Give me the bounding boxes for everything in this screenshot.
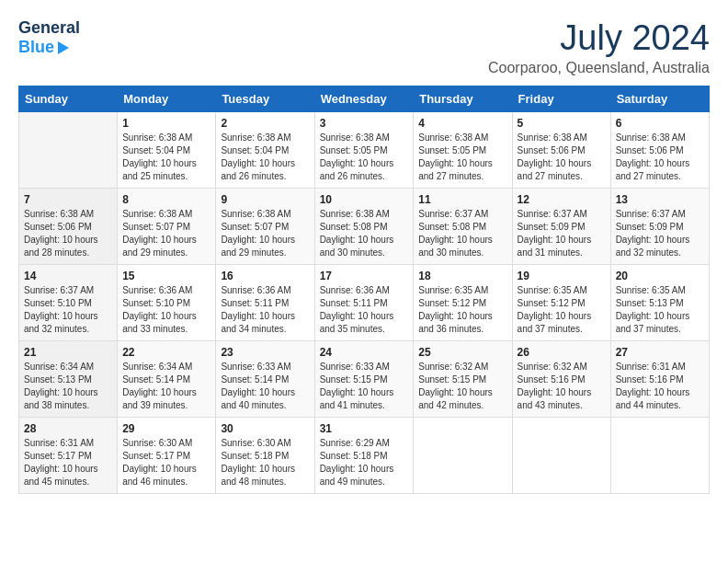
calendar-cell: 18Sunrise: 6:35 AMSunset: 5:12 PMDayligh… <box>414 265 512 341</box>
day-number: 8 <box>122 193 210 206</box>
cell-content: Sunrise: 6:31 AMSunset: 5:17 PMDaylight:… <box>24 437 112 488</box>
day-number: 30 <box>221 422 309 435</box>
calendar-cell <box>19 112 118 189</box>
day-number: 23 <box>221 346 309 359</box>
day-number: 15 <box>122 270 210 282</box>
day-number: 1 <box>122 117 210 130</box>
cell-content: Sunrise: 6:38 AMSunset: 5:04 PMDaylight:… <box>221 132 309 183</box>
calendar-cell: 7Sunrise: 6:38 AMSunset: 5:06 PMDaylight… <box>19 189 118 265</box>
cell-content: Sunrise: 6:36 AMSunset: 5:11 PMDaylight:… <box>320 284 409 336</box>
cell-content: Sunrise: 6:35 AMSunset: 5:12 PMDaylight:… <box>518 284 606 336</box>
calendar-week-5: 28Sunrise: 6:31 AMSunset: 5:17 PMDayligh… <box>19 418 710 494</box>
cell-content: Sunrise: 6:37 AMSunset: 5:08 PMDaylight:… <box>418 208 506 259</box>
day-number: 27 <box>616 346 704 359</box>
calendar-cell: 13Sunrise: 6:37 AMSunset: 5:09 PMDayligh… <box>610 189 709 265</box>
logo-blue: Blue <box>18 38 80 57</box>
cell-content: Sunrise: 6:36 AMSunset: 5:11 PMDaylight:… <box>221 284 309 336</box>
calendar-cell: 22Sunrise: 6:34 AMSunset: 5:14 PMDayligh… <box>118 341 216 418</box>
day-number: 10 <box>320 193 409 206</box>
calendar-week-3: 14Sunrise: 6:37 AMSunset: 5:10 PMDayligh… <box>19 265 710 341</box>
day-number: 26 <box>518 346 606 359</box>
month-year-title: July 2024 <box>488 18 710 58</box>
cell-content: Sunrise: 6:33 AMSunset: 5:14 PMDaylight:… <box>221 361 309 412</box>
day-header-saturday: Saturday <box>610 86 709 112</box>
calendar-cell: 23Sunrise: 6:33 AMSunset: 5:14 PMDayligh… <box>216 341 314 418</box>
day-number: 25 <box>418 346 506 359</box>
location-subtitle: Coorparoo, Queensland, Australia <box>488 60 710 76</box>
title-section: July 2024 Coorparoo, Queensland, Austral… <box>488 18 710 76</box>
day-number: 22 <box>122 346 210 359</box>
logo-general: General <box>18 18 80 38</box>
day-number: 6 <box>616 117 704 130</box>
logo-arrow-icon <box>58 41 69 54</box>
calendar-cell: 9Sunrise: 6:38 AMSunset: 5:07 PMDaylight… <box>216 189 314 265</box>
calendar-cell: 19Sunrise: 6:35 AMSunset: 5:12 PMDayligh… <box>512 265 610 341</box>
cell-content: Sunrise: 6:37 AMSunset: 5:09 PMDaylight:… <box>616 208 704 259</box>
calendar-cell: 30Sunrise: 6:30 AMSunset: 5:18 PMDayligh… <box>216 418 314 494</box>
day-number: 3 <box>320 117 409 130</box>
calendar-week-2: 7Sunrise: 6:38 AMSunset: 5:06 PMDaylight… <box>19 189 710 265</box>
cell-content: Sunrise: 6:38 AMSunset: 5:06 PMDaylight:… <box>518 132 606 183</box>
day-number: 7 <box>24 193 112 206</box>
day-number: 5 <box>518 117 606 130</box>
calendar-cell: 20Sunrise: 6:35 AMSunset: 5:13 PMDayligh… <box>610 265 709 341</box>
day-number: 16 <box>221 270 309 282</box>
day-header-thursday: Thursday <box>414 86 512 112</box>
calendar-cell: 27Sunrise: 6:31 AMSunset: 5:16 PMDayligh… <box>610 341 709 418</box>
calendar-cell: 5Sunrise: 6:38 AMSunset: 5:06 PMDaylight… <box>512 112 610 189</box>
cell-content: Sunrise: 6:35 AMSunset: 5:12 PMDaylight:… <box>418 284 506 336</box>
cell-content: Sunrise: 6:29 AMSunset: 5:18 PMDaylight:… <box>320 437 409 488</box>
calendar-cell: 8Sunrise: 6:38 AMSunset: 5:07 PMDaylight… <box>118 189 216 265</box>
cell-content: Sunrise: 6:38 AMSunset: 5:06 PMDaylight:… <box>616 132 704 183</box>
cell-content: Sunrise: 6:37 AMSunset: 5:10 PMDaylight:… <box>24 284 112 336</box>
day-number: 31 <box>320 422 409 435</box>
day-number: 13 <box>616 193 704 206</box>
day-header-friday: Friday <box>512 86 610 112</box>
day-header-sunday: Sunday <box>19 86 118 112</box>
calendar-header-row: SundayMondayTuesdayWednesdayThursdayFrid… <box>19 86 710 112</box>
cell-content: Sunrise: 6:33 AMSunset: 5:15 PMDaylight:… <box>320 361 409 412</box>
day-number: 29 <box>122 422 210 435</box>
cell-content: Sunrise: 6:32 AMSunset: 5:15 PMDaylight:… <box>418 361 506 412</box>
calendar-cell: 12Sunrise: 6:37 AMSunset: 5:09 PMDayligh… <box>512 189 610 265</box>
cell-content: Sunrise: 6:36 AMSunset: 5:10 PMDaylight:… <box>122 284 210 336</box>
calendar-cell: 29Sunrise: 6:30 AMSunset: 5:17 PMDayligh… <box>118 418 216 494</box>
cell-content: Sunrise: 6:38 AMSunset: 5:07 PMDaylight:… <box>122 208 210 259</box>
day-number: 18 <box>418 270 506 282</box>
calendar-cell: 15Sunrise: 6:36 AMSunset: 5:10 PMDayligh… <box>118 265 216 341</box>
day-header-monday: Monday <box>118 86 216 112</box>
logo: General Blue <box>18 18 80 57</box>
day-number: 24 <box>320 346 409 359</box>
cell-content: Sunrise: 6:37 AMSunset: 5:09 PMDaylight:… <box>518 208 606 259</box>
day-number: 21 <box>24 346 112 359</box>
cell-content: Sunrise: 6:30 AMSunset: 5:18 PMDaylight:… <box>221 437 309 488</box>
calendar-cell: 16Sunrise: 6:36 AMSunset: 5:11 PMDayligh… <box>216 265 314 341</box>
calendar-cell <box>512 418 610 494</box>
calendar-cell: 11Sunrise: 6:37 AMSunset: 5:08 PMDayligh… <box>414 189 512 265</box>
calendar-cell: 21Sunrise: 6:34 AMSunset: 5:13 PMDayligh… <box>19 341 118 418</box>
cell-content: Sunrise: 6:38 AMSunset: 5:04 PMDaylight:… <box>122 132 210 183</box>
day-number: 20 <box>616 270 704 282</box>
cell-content: Sunrise: 6:38 AMSunset: 5:05 PMDaylight:… <box>320 132 409 183</box>
day-number: 12 <box>518 193 606 206</box>
day-number: 9 <box>221 193 309 206</box>
page-header: General Blue July 2024 Coorparoo, Queens… <box>18 18 710 76</box>
calendar-cell: 31Sunrise: 6:29 AMSunset: 5:18 PMDayligh… <box>314 418 414 494</box>
day-header-tuesday: Tuesday <box>216 86 314 112</box>
cell-content: Sunrise: 6:32 AMSunset: 5:16 PMDaylight:… <box>518 361 606 412</box>
calendar-cell <box>610 418 709 494</box>
calendar-cell: 1Sunrise: 6:38 AMSunset: 5:04 PMDaylight… <box>118 112 216 189</box>
cell-content: Sunrise: 6:38 AMSunset: 5:06 PMDaylight:… <box>24 208 112 259</box>
cell-content: Sunrise: 6:34 AMSunset: 5:13 PMDaylight:… <box>24 361 112 412</box>
cell-content: Sunrise: 6:35 AMSunset: 5:13 PMDaylight:… <box>616 284 704 336</box>
day-number: 19 <box>518 270 606 282</box>
day-number: 28 <box>24 422 112 435</box>
calendar-table: SundayMondayTuesdayWednesdayThursdayFrid… <box>18 86 710 494</box>
cell-content: Sunrise: 6:30 AMSunset: 5:17 PMDaylight:… <box>122 437 210 488</box>
calendar-cell: 4Sunrise: 6:38 AMSunset: 5:05 PMDaylight… <box>414 112 512 189</box>
calendar-cell: 25Sunrise: 6:32 AMSunset: 5:15 PMDayligh… <box>414 341 512 418</box>
calendar-cell: 28Sunrise: 6:31 AMSunset: 5:17 PMDayligh… <box>19 418 118 494</box>
day-number: 17 <box>320 270 409 282</box>
calendar-cell <box>414 418 512 494</box>
cell-content: Sunrise: 6:38 AMSunset: 5:07 PMDaylight:… <box>221 208 309 259</box>
